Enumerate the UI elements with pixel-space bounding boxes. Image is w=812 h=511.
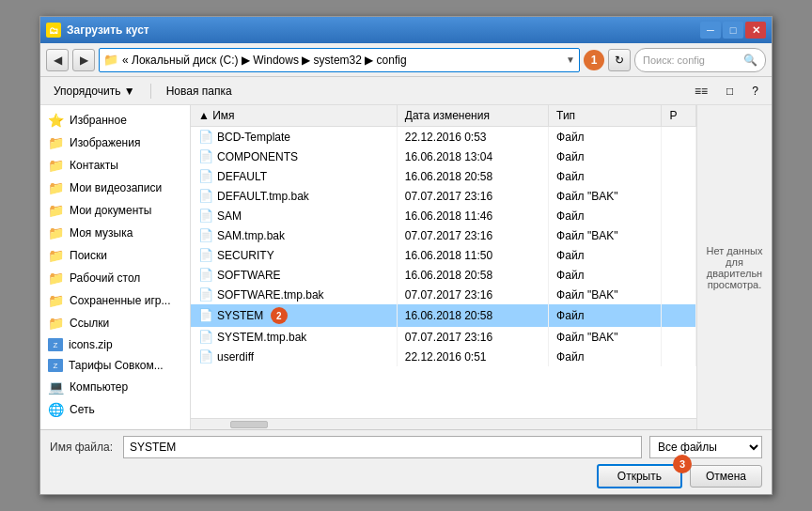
file-name: 📄DEFAULT [191, 166, 397, 186]
file-type: Файл [549, 304, 662, 327]
sidebar-label-tariffs-zip: Тарифы Совком... [69, 359, 164, 372]
open-button[interactable]: Открыть [597, 464, 682, 488]
table-row[interactable]: 📄SECURITY 16.06.2018 11:50 Файл [191, 245, 696, 265]
file-name: 📄SYSTEM 2 [191, 304, 397, 327]
address-toolbar: ◀ ▶ 📁 « Локальный диск (C:) ▶ Windows ▶ … [40, 43, 772, 77]
sort-button[interactable]: Упорядочить ▼ [48, 83, 141, 100]
table-row[interactable]: 📄DEFAULT.tmp.bak 07.07.2017 23:16 Файл "… [191, 186, 696, 206]
file-date: 07.07.2017 23:16 [397, 186, 548, 206]
sidebar-item-links[interactable]: 📁 Ссылки [40, 312, 190, 334]
sidebar-item-images[interactable]: 📁 Изображения [40, 132, 190, 154]
table-row[interactable]: 📄SOFTWARE 16.06.2018 20:58 Файл [191, 265, 696, 285]
badge-3: 3 [673, 455, 692, 473]
table-row[interactable]: 📄BCD-Template 22.12.2016 0:53 Файл [191, 127, 696, 147]
sidebar-item-favorites[interactable]: ⭐ Избранное [40, 109, 190, 132]
sidebar-label-icons-zip: icons.zip [69, 338, 113, 351]
tariffs-zip-icon: Z [48, 359, 63, 372]
file-type: Файл [549, 166, 662, 186]
address-bar[interactable]: 📁 « Локальный диск (C:) ▶ Windows ▶ syst… [99, 48, 580, 72]
file-date: 16.06.2018 11:50 [397, 245, 548, 265]
sidebar-item-desktop[interactable]: 📁 Рабочий стол [40, 267, 190, 289]
forward-button[interactable]: ▶ [72, 49, 95, 71]
view-toggle-list[interactable]: ≡≡ [689, 83, 713, 100]
sidebar-item-network[interactable]: 🌐 Сеть [40, 398, 190, 421]
file-date: 07.07.2017 23:16 [397, 285, 548, 304]
music-icon: 📁 [48, 225, 64, 240]
title-bar: 🗂 Загрузить куст ─ □ ✕ [40, 17, 772, 43]
table-row[interactable]: 📄userdiff 22.12.2016 0:51 Файл [191, 347, 696, 366]
help-button[interactable]: ? [746, 83, 764, 100]
maximize-button[interactable]: □ [723, 22, 743, 39]
sidebar-label-documents: Мои документы [70, 204, 151, 217]
cancel-button[interactable]: Отмена [690, 465, 762, 488]
filename-input[interactable] [123, 436, 642, 458]
file-icon: 📄 [198, 248, 213, 262]
sort-label: Упорядочить ▼ [54, 85, 135, 98]
file-icon: 📄 [198, 189, 213, 203]
desktop-icon: 📁 [48, 271, 64, 286]
file-icon: 📄 [198, 130, 213, 144]
window-icon: 🗂 [46, 23, 61, 38]
content-area: ▲ Имя Дата изменения Тип Р 📄BCD-Template… [191, 105, 696, 429]
file-name: 📄COMPONENTS [191, 147, 397, 166]
sidebar-item-searches[interactable]: 📁 Поиски [40, 244, 190, 267]
file-size [662, 147, 696, 166]
sidebar-item-tariffs-zip[interactable]: Z Тарифы Совком... [40, 355, 190, 376]
sidebar-item-contacts[interactable]: 📁 Контакты [40, 154, 190, 177]
minimize-button[interactable]: ─ [700, 22, 721, 39]
col-date[interactable]: Дата изменения [397, 105, 548, 127]
file-type: Файл [549, 206, 662, 225]
file-table: ▲ Имя Дата изменения Тип Р 📄BCD-Template… [191, 105, 696, 418]
sidebar-label-links: Ссылки [70, 317, 109, 330]
file-type: Файл "BAK" [549, 225, 662, 245]
table-row[interactable]: 📄SAM 16.06.2018 11:46 Файл [191, 206, 696, 225]
address-text: « Локальный диск (C:) ▶ Windows ▶ system… [122, 54, 562, 67]
table-row[interactable]: 📄SOFTWARE.tmp.bak 07.07.2017 23:16 Файл … [191, 285, 696, 304]
sidebar-item-videos[interactable]: 📁 Мои видеозаписи [40, 177, 190, 199]
col-type[interactable]: Тип [549, 105, 662, 127]
file-name: 📄SECURITY [191, 245, 397, 265]
file-size [662, 304, 696, 327]
sidebar-item-documents[interactable]: 📁 Мои документы [40, 199, 190, 222]
sidebar-item-saved-games[interactable]: 📁 Сохраненные игр... [40, 289, 190, 312]
sidebar-label-saved-games: Сохраненные игр... [70, 294, 171, 307]
search-bar[interactable]: Поиск: config 🔍 [634, 48, 766, 72]
col-size[interactable]: Р [662, 105, 696, 127]
file-size [662, 265, 696, 285]
sidebar-label-network: Сеть [70, 403, 95, 416]
sidebar-item-icons-zip[interactable]: Z icons.zip [40, 334, 190, 355]
filetype-select[interactable]: Все файлы [649, 436, 762, 458]
sidebar-item-computer[interactable]: 💻 Компьютер [40, 376, 190, 398]
address-dropdown-icon[interactable]: ▼ [566, 54, 575, 65]
file-size [662, 285, 696, 304]
sidebar-label-contacts: Контакты [70, 159, 118, 172]
file-type: Файл [549, 147, 662, 166]
file-name: 📄SYSTEM.tmp.bak [191, 327, 397, 347]
col-name[interactable]: ▲ Имя [191, 105, 397, 127]
badge-1: 1 [584, 50, 604, 70]
table-row[interactable]: 📄DEFAULT 16.06.2018 20:58 Файл [191, 166, 696, 186]
table-row[interactable]: 📄SYSTEM 2 16.06.2018 20:58 Файл [191, 304, 696, 327]
table-row[interactable]: 📄SYSTEM.tmp.bak 07.07.2017 23:16 Файл "B… [191, 327, 696, 347]
file-size [662, 166, 696, 186]
file-icon: 📄 [198, 287, 213, 302]
file-date: 16.06.2018 13:04 [397, 147, 548, 166]
close-button[interactable]: ✕ [745, 22, 766, 39]
favorites-icon: ⭐ [48, 113, 64, 128]
network-icon: 🌐 [48, 402, 64, 417]
sidebar-label-videos: Мои видеозаписи [70, 181, 162, 194]
sidebar-label-images: Изображения [70, 136, 140, 149]
search-icon[interactable]: 🔍 [743, 54, 757, 67]
footer-buttons: Открыть 3 Отмена [50, 464, 762, 488]
view-toggle-tile[interactable]: □ [721, 83, 739, 100]
refresh-button[interactable]: ↻ [608, 49, 631, 71]
sidebar-item-music[interactable]: 📁 Моя музыка [40, 222, 190, 244]
table-row[interactable]: 📄SAM.tmp.bak 07.07.2017 23:16 Файл "BAK" [191, 225, 696, 245]
horizontal-scrollbar[interactable] [191, 418, 696, 429]
back-button[interactable]: ◀ [46, 49, 69, 71]
main-area: ⭐ Избранное 📁 Изображения 📁 Контакты 📁 М… [40, 105, 772, 429]
new-folder-button[interactable]: Новая папка [161, 83, 238, 100]
file-name: 📄SOFTWARE [191, 265, 397, 285]
table-row[interactable]: 📄COMPONENTS 16.06.2018 13:04 Файл [191, 147, 696, 166]
file-type: Файл [549, 245, 662, 265]
